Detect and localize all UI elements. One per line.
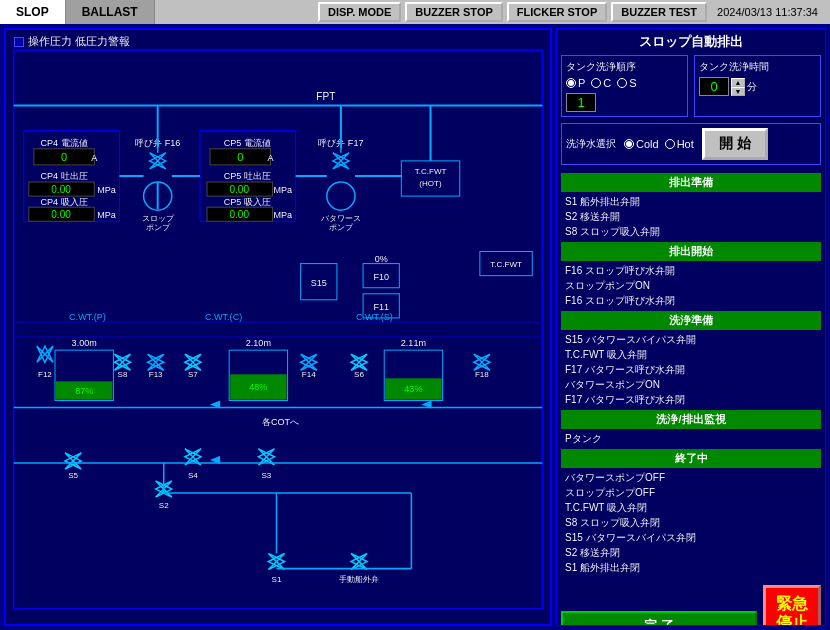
step-2-2: F17 バタワース呼び水弁開 bbox=[561, 362, 821, 377]
svg-text:S1: S1 bbox=[272, 575, 282, 584]
time-down-button[interactable]: ▼ bbox=[731, 87, 745, 96]
bottom-row: 完 了 緊急 停止 bbox=[561, 581, 821, 626]
svg-marker-101 bbox=[268, 554, 284, 570]
step-2-0: S15 バタワースバイパス弁開 bbox=[561, 332, 821, 347]
kaishi-button[interactable]: 開 始 bbox=[702, 128, 768, 160]
diagram-svg: FPT CP4 電流値 0 A CP4 吐出圧 0.00 MPa CP4 吸入圧… bbox=[6, 30, 550, 624]
svg-text:MPa: MPa bbox=[97, 210, 117, 220]
wash-option-cold[interactable]: Cold bbox=[624, 138, 659, 150]
step-0-2: S8 スロップ吸入弁開 bbox=[561, 224, 821, 239]
svg-text:CP4 吐出圧: CP4 吐出圧 bbox=[40, 171, 87, 181]
section-header-3: 洗浄/排出監視 bbox=[561, 410, 821, 429]
svg-marker-85 bbox=[301, 354, 317, 370]
datetime-display: 2024/03/13 11:37:34 bbox=[711, 6, 824, 18]
svg-marker-83 bbox=[185, 354, 201, 370]
svg-text:F13: F13 bbox=[149, 370, 163, 379]
svg-text:0%: 0% bbox=[375, 254, 388, 264]
svg-text:2.11m: 2.11m bbox=[401, 338, 426, 348]
svg-text:バタワース: バタワース bbox=[320, 214, 361, 223]
buzzer-test-button[interactable]: BUZZER TEST bbox=[611, 2, 707, 22]
step-2-4: F17 バタワース呼び水弁閉 bbox=[561, 392, 821, 407]
step-1-1: スロップポンプON bbox=[561, 278, 821, 293]
seq-radio-s[interactable] bbox=[617, 78, 627, 88]
tank-time-box: タンク洗浄時間 0 ▲ ▼ 分 bbox=[694, 55, 821, 117]
wash-radio-hot[interactable] bbox=[665, 139, 675, 149]
step-4-4: S15 バタワースバイパス弁閉 bbox=[561, 530, 821, 545]
step-4-5: S2 移送弁閉 bbox=[561, 545, 821, 560]
step-4-0: バタワースポンプOFF bbox=[561, 470, 821, 485]
svg-marker-79 bbox=[114, 354, 130, 370]
svg-text:43%: 43% bbox=[404, 384, 422, 394]
emergency-stop-button[interactable]: 緊急 停止 bbox=[763, 585, 821, 626]
step-0-1: S2 移送弁開 bbox=[561, 209, 821, 224]
svg-text:0: 0 bbox=[61, 151, 67, 163]
step-0-0: S1 船外排出弁開 bbox=[561, 194, 821, 209]
buzzer-stop-button[interactable]: BUZZER STOP bbox=[405, 2, 502, 22]
svg-text:S7: S7 bbox=[188, 370, 198, 379]
svg-text:C.WT.(P): C.WT.(P) bbox=[69, 312, 106, 322]
svg-text:T.C.FWT: T.C.FWT bbox=[490, 260, 522, 269]
svg-text:C.WT.(C): C.WT.(C) bbox=[205, 312, 242, 322]
svg-text:3.00m: 3.00m bbox=[72, 338, 97, 348]
svg-marker-87 bbox=[351, 354, 367, 370]
svg-text:A: A bbox=[91, 153, 98, 163]
time-up-button[interactable]: ▲ bbox=[731, 78, 745, 87]
svg-marker-32 bbox=[333, 153, 349, 169]
time-arrows: ▲ ▼ bbox=[731, 78, 745, 96]
top-bar-buttons: DISP. MODE BUZZER STOP FLICKER STOP BUZZ… bbox=[312, 0, 830, 24]
step-2-1: T.C.FWT 吸入弁開 bbox=[561, 347, 821, 362]
seq-option-c[interactable]: C bbox=[591, 77, 611, 89]
flicker-stop-button[interactable]: FLICKER STOP bbox=[507, 2, 607, 22]
tank-seq-label: タンク洗浄順序 bbox=[566, 60, 683, 74]
tank-time-label: タンク洗浄時間 bbox=[699, 60, 816, 74]
svg-text:CP4 電流値: CP4 電流値 bbox=[40, 138, 87, 148]
wash-option-hot[interactable]: Hot bbox=[665, 138, 694, 150]
time-unit: 分 bbox=[747, 80, 757, 94]
seq-radio-row: P C S bbox=[566, 77, 683, 89]
seq-radio-p[interactable] bbox=[566, 78, 576, 88]
svg-marker-93 bbox=[65, 453, 81, 469]
svg-text:F18: F18 bbox=[475, 370, 489, 379]
svg-text:F10: F10 bbox=[373, 272, 389, 282]
wash-water-row: 洗浄水選択 Cold Hot 開 始 bbox=[561, 123, 821, 165]
svg-text:CP5 吐出圧: CP5 吐出圧 bbox=[224, 171, 271, 181]
section-header-4: 終了中 bbox=[561, 449, 821, 468]
time-value-display: 0 bbox=[699, 77, 729, 96]
tab-ballast[interactable]: BALLAST bbox=[66, 0, 155, 24]
svg-text:2.10m: 2.10m bbox=[246, 338, 271, 348]
svg-text:S4: S4 bbox=[188, 471, 198, 480]
wash-radio-cold[interactable] bbox=[624, 139, 634, 149]
svg-text:手動船外弁: 手動船外弁 bbox=[339, 575, 379, 584]
seq-number-display: 1 bbox=[566, 93, 596, 112]
svg-text:ポンプ: ポンプ bbox=[146, 223, 171, 232]
svg-text:S5: S5 bbox=[68, 471, 78, 480]
svg-text:スロップ: スロップ bbox=[142, 214, 175, 223]
step-4-1: スロップポンプOFF bbox=[561, 485, 821, 500]
svg-text:ポンプ: ポンプ bbox=[329, 223, 354, 232]
tab-slop[interactable]: SLOP bbox=[0, 0, 66, 24]
seq-option-p[interactable]: P bbox=[566, 77, 585, 89]
svg-text:S2: S2 bbox=[159, 501, 169, 510]
svg-text:0.00: 0.00 bbox=[229, 184, 249, 195]
svg-text:0.00: 0.00 bbox=[51, 209, 71, 220]
right-panel: スロップ自動排出 タンク洗浄順序 P C S bbox=[556, 28, 826, 626]
wash-radio-row: Cold Hot bbox=[624, 138, 694, 150]
svg-text:(HOT): (HOT) bbox=[419, 179, 442, 188]
section-header-0: 排出準備 bbox=[561, 173, 821, 192]
tank-seq-box: タンク洗浄順序 P C S 1 bbox=[561, 55, 688, 117]
svg-text:48%: 48% bbox=[249, 382, 267, 392]
svg-text:S3: S3 bbox=[262, 471, 272, 480]
svg-text:MPa: MPa bbox=[273, 210, 293, 220]
svg-text:各COTへ: 各COTへ bbox=[262, 417, 299, 427]
seq-radio-c[interactable] bbox=[591, 78, 601, 88]
steps-container: 排出準備 S1 船外排出弁開 S2 移送弁開 S8 スロップ吸入弁開 排出開始 … bbox=[561, 170, 821, 575]
svg-text:0: 0 bbox=[237, 151, 243, 163]
disp-mode-button[interactable]: DISP. MODE bbox=[318, 2, 401, 22]
fpt-label: FPT bbox=[316, 91, 335, 102]
svg-text:0.00: 0.00 bbox=[51, 184, 71, 195]
wash-cold-label: Cold bbox=[636, 138, 659, 150]
wash-water-label: 洗浄水選択 bbox=[566, 137, 616, 151]
kanryo-button[interactable]: 完 了 bbox=[561, 611, 757, 626]
svg-text:F11: F11 bbox=[373, 302, 389, 312]
seq-option-s[interactable]: S bbox=[617, 77, 636, 89]
